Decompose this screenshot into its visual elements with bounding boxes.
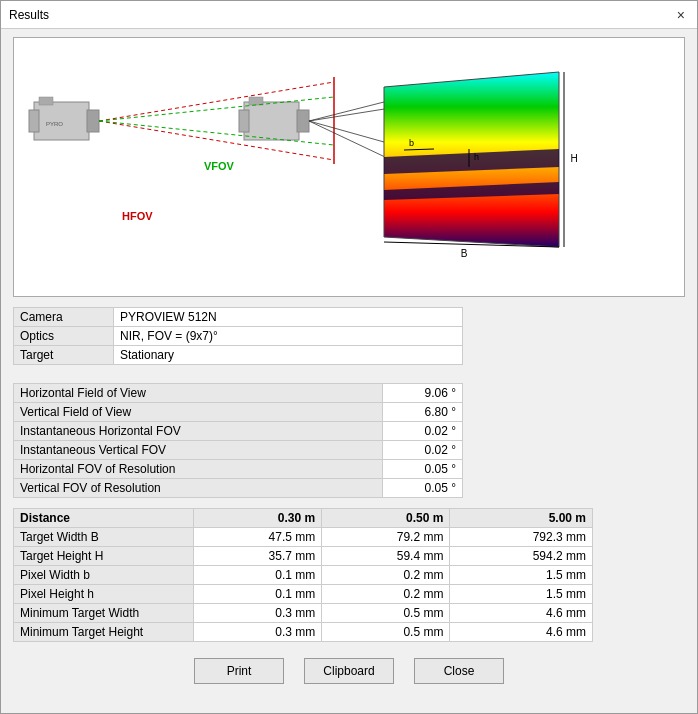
- diagram-area: PYRO HFOV VFOV: [13, 37, 685, 297]
- dist-row-v1: 0.1 mm: [194, 566, 322, 585]
- fov-label: Vertical Field of View: [14, 403, 383, 422]
- svg-rect-8: [249, 97, 263, 105]
- main-content: PYRO HFOV VFOV: [1, 29, 697, 713]
- distance-header-cell: Distance: [14, 509, 194, 528]
- dist-row-v2: 0.5 mm: [322, 623, 450, 642]
- camera-info-value: NIR, FOV = (9x7)°: [114, 327, 463, 346]
- svg-rect-3: [39, 97, 53, 105]
- dist-row-v2: 59.4 mm: [322, 547, 450, 566]
- camera-info-label: Target: [14, 346, 114, 365]
- hfov-label: HFOV: [122, 210, 153, 222]
- dist-row-v3: 792.3 mm: [450, 528, 593, 547]
- svg-line-14: [309, 102, 384, 121]
- dist-row-label: Minimum Target Height: [14, 623, 194, 642]
- dist-row-v1: 0.1 mm: [194, 585, 322, 604]
- H-label: H: [570, 153, 577, 164]
- fov-row: Instantaneous Vertical FOV0.02 °: [14, 441, 463, 460]
- camera-info-row: TargetStationary: [14, 346, 463, 365]
- dist-row-v1: 0.3 mm: [194, 623, 322, 642]
- distance-header-cell: 0.50 m: [322, 509, 450, 528]
- fov-label: Horizontal FOV of Resolution: [14, 460, 383, 479]
- B-label: B: [461, 248, 468, 259]
- fov-row: Horizontal FOV of Resolution0.05 °: [14, 460, 463, 479]
- close-button[interactable]: Close: [414, 658, 504, 684]
- fov-table: Horizontal Field of View9.06 °Vertical F…: [13, 383, 463, 498]
- dist-row-v1: 47.5 mm: [194, 528, 322, 547]
- camera-info-row: OpticsNIR, FOV = (9x7)°: [14, 327, 463, 346]
- camera-info-table: CameraPYROVIEW 512NOpticsNIR, FOV = (9x7…: [13, 307, 463, 365]
- button-row: Print Clipboard Close: [13, 658, 685, 684]
- distance-header-cell: 5.00 m: [450, 509, 593, 528]
- dist-row-label: Target Width B: [14, 528, 194, 547]
- dist-row-v3: 594.2 mm: [450, 547, 593, 566]
- svg-rect-7: [297, 110, 309, 132]
- dist-row-v2: 79.2 mm: [322, 528, 450, 547]
- fov-row: Horizontal Field of View9.06 °: [14, 384, 463, 403]
- fov-row: Vertical FOV of Resolution0.05 °: [14, 479, 463, 498]
- fov-label: Vertical FOV of Resolution: [14, 479, 383, 498]
- svg-text:PYRO: PYRO: [46, 121, 63, 127]
- dist-row-label: Minimum Target Width: [14, 604, 194, 623]
- fov-label: Instantaneous Vertical FOV: [14, 441, 383, 460]
- window-title: Results: [9, 8, 49, 22]
- fov-value: 6.80 °: [383, 403, 463, 422]
- camera-diagram-svg: PYRO HFOV VFOV: [14, 38, 684, 296]
- dist-row-v2: 0.5 mm: [322, 604, 450, 623]
- fov-value: 0.02 °: [383, 441, 463, 460]
- b-label: b: [409, 138, 414, 148]
- distance-header-cell: 0.30 m: [194, 509, 322, 528]
- distance-row: Target Width B 47.5 mm 79.2 mm 792.3 mm: [14, 528, 593, 547]
- camera-info-label: Optics: [14, 327, 114, 346]
- vfov-label: VFOV: [204, 160, 235, 172]
- svg-rect-2: [87, 110, 99, 132]
- svg-rect-1: [29, 110, 39, 132]
- fov-value: 9.06 °: [383, 384, 463, 403]
- dist-row-label: Target Height H: [14, 547, 194, 566]
- h-label: h: [474, 152, 479, 162]
- svg-rect-6: [239, 110, 249, 132]
- dist-row-v3: 4.6 mm: [450, 623, 593, 642]
- svg-rect-5: [244, 102, 299, 140]
- dist-row-v2: 0.2 mm: [322, 566, 450, 585]
- distance-row: Pixel Height h 0.1 mm 0.2 mm 1.5 mm: [14, 585, 593, 604]
- close-window-button[interactable]: ×: [673, 7, 689, 23]
- distance-header-row: Distance0.30 m0.50 m5.00 m: [14, 509, 593, 528]
- camera-info-value: Stationary: [114, 346, 463, 365]
- dist-row-label: Pixel Width b: [14, 566, 194, 585]
- camera-info-label: Camera: [14, 308, 114, 327]
- distance-row: Minimum Target Height 0.3 mm 0.5 mm 4.6 …: [14, 623, 593, 642]
- dist-row-label: Pixel Height h: [14, 585, 194, 604]
- fov-row: Vertical Field of View6.80 °: [14, 403, 463, 422]
- distance-row: Pixel Width b 0.1 mm 0.2 mm 1.5 mm: [14, 566, 593, 585]
- fov-label: Instantaneous Horizontal FOV: [14, 422, 383, 441]
- distance-row: Target Height H 35.7 mm 59.4 mm 594.2 mm: [14, 547, 593, 566]
- fov-label: Horizontal Field of View: [14, 384, 383, 403]
- dist-row-v3: 4.6 mm: [450, 604, 593, 623]
- camera-info-value: PYROVIEW 512N: [114, 308, 463, 327]
- dist-row-v3: 1.5 mm: [450, 585, 593, 604]
- fov-value: 0.02 °: [383, 422, 463, 441]
- title-bar: Results ×: [1, 1, 697, 29]
- print-button[interactable]: Print: [194, 658, 284, 684]
- dist-row-v1: 0.3 mm: [194, 604, 322, 623]
- results-window: Results × PYRO: [0, 0, 698, 714]
- dist-row-v2: 0.2 mm: [322, 585, 450, 604]
- camera-info-row: CameraPYROVIEW 512N: [14, 308, 463, 327]
- fov-row: Instantaneous Horizontal FOV0.02 °: [14, 422, 463, 441]
- dist-row-v3: 1.5 mm: [450, 566, 593, 585]
- clipboard-button[interactable]: Clipboard: [304, 658, 394, 684]
- fov-value: 0.05 °: [383, 479, 463, 498]
- fov-value: 0.05 °: [383, 460, 463, 479]
- distance-row: Minimum Target Width 0.3 mm 0.5 mm 4.6 m…: [14, 604, 593, 623]
- distance-table: Distance0.30 m0.50 m5.00 m Target Width …: [13, 508, 593, 642]
- dist-row-v1: 35.7 mm: [194, 547, 322, 566]
